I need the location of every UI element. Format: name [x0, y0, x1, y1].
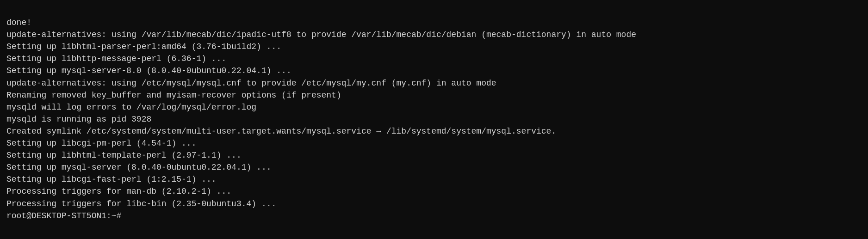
terminal-line: Setting up libhttp-message-perl (6.36-1)… — [6, 53, 862, 65]
terminal-line: Setting up libhtml-parser-perl:amd64 (3.… — [6, 41, 862, 53]
terminal-line: Setting up libhtml-template-perl (2.97-1… — [6, 149, 862, 161]
terminal-line: Setting up mysql-server-8.0 (8.0.40-0ubu… — [6, 65, 862, 77]
terminal-line: Processing triggers for man-db (2.10.2-1… — [6, 185, 862, 197]
terminal-line: Setting up libcgi-fast-perl (1:2.15-1) .… — [6, 173, 862, 185]
terminal-line: update-alternatives: using /etc/mysql/my… — [6, 77, 862, 89]
terminal-line: mysqld will log errors to /var/log/mysql… — [6, 101, 862, 113]
terminal-line: Created symlink /etc/systemd/system/mult… — [6, 125, 862, 137]
terminal-line: done! — [6, 17, 862, 29]
terminal-line: root@DESKTOP-STT5ON1:~# — [6, 210, 862, 222]
terminal-line: Processing triggers for libc-bin (2.35-0… — [6, 198, 862, 210]
terminal-line: update-alternatives: using /var/lib/meca… — [6, 29, 862, 41]
terminal-line: Setting up mysql-server (8.0.40-0ubuntu0… — [6, 161, 862, 173]
terminal-line: Setting up libcgi-pm-perl (4.54-1) ... — [6, 137, 862, 149]
terminal-line: mysqld is running as pid 3928 — [6, 113, 862, 125]
terminal-line: Renaming removed key_buffer and myisam-r… — [6, 89, 862, 101]
terminal-window[interactable]: done!update-alternatives: using /var/lib… — [0, 0, 868, 239]
